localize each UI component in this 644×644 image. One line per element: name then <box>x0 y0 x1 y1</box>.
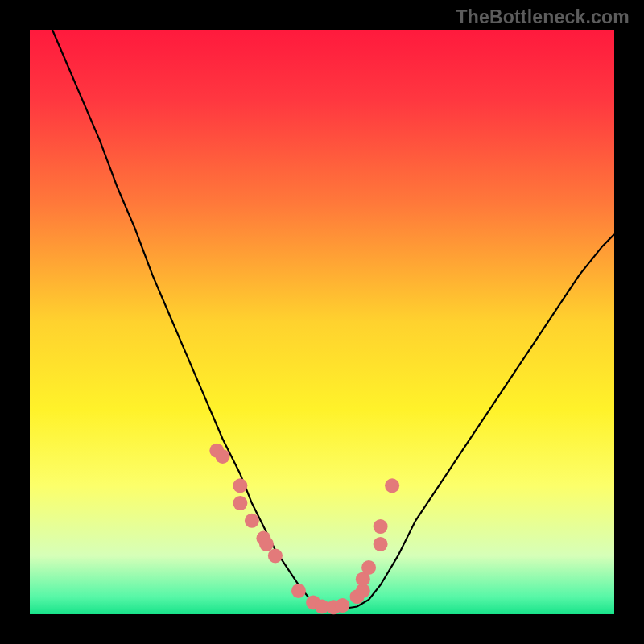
curve-marker <box>374 519 388 534</box>
curve-marker <box>233 496 247 510</box>
curve-marker <box>245 514 259 528</box>
watermark-text: TheBottleneck.com <box>456 6 630 28</box>
curve-marker <box>291 584 306 598</box>
outer-frame: TheBottleneck.com <box>0 0 644 644</box>
curve-marker <box>268 548 283 563</box>
curve-marker <box>233 478 247 493</box>
curve-marker <box>259 537 274 551</box>
curve-marker <box>385 478 399 493</box>
curve-marker <box>216 449 230 464</box>
curve-marker <box>335 598 349 613</box>
curve-marker <box>361 560 376 575</box>
curve-marker <box>374 537 388 551</box>
bottleneck-curve <box>30 0 614 609</box>
plot-area <box>30 30 614 614</box>
bottleneck-curve-chart <box>30 30 614 614</box>
